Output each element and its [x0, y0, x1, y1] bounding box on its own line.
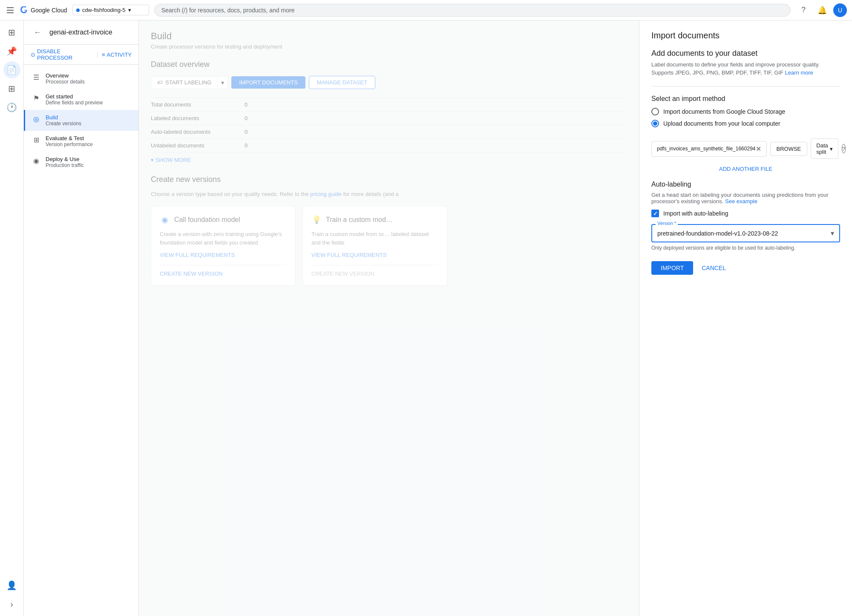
sidebar-item-evaluate[interactable]: ⊞ Evaluate & Test Version performance — [24, 131, 138, 152]
main-content: Build Create processor versions for test… — [139, 20, 639, 616]
panel-title: Import documents — [651, 31, 840, 40]
supported-formats: Supports JPEG, JPG, PNG, BMP, PDF, TIFF,… — [651, 69, 840, 76]
menu-icon[interactable] — [5, 5, 15, 15]
chevron-down-icon: ▾ — [128, 7, 131, 13]
project-dot — [76, 9, 80, 12]
help-icon[interactable]: ? — [796, 3, 811, 18]
file-clear-button[interactable]: ✕ — [756, 145, 761, 153]
sidebar: ← genai-extract-invoice ⊙ DISABLE PROCES… — [24, 20, 139, 616]
deploy-label: Deploy & Use — [46, 156, 84, 162]
version-select-chevron-icon: ▾ — [831, 229, 834, 237]
notifications-icon[interactable]: 🔔 — [815, 3, 830, 18]
rail-icon-grid[interactable]: ⊞ — [3, 80, 20, 97]
version-select[interactable]: pretrained-foundation-model-v1.0-2023-08… — [651, 224, 840, 242]
browse-button[interactable]: BROWSE — [770, 142, 808, 156]
add-documents-title: Add documents to your dataset — [651, 49, 840, 58]
project-name: cdw-fishfooding-5 — [82, 7, 126, 13]
version-select-value: pretrained-foundation-model-v1.0-2023-08… — [657, 230, 778, 237]
panel-actions: IMPORT CANCEL — [651, 261, 840, 275]
data-split-button[interactable]: Data split ▾ — [811, 138, 838, 159]
build-icon: ◎ — [32, 115, 40, 123]
disable-processor-button[interactable]: ⊙ DISABLE PROCESSOR — [31, 48, 93, 61]
auto-labeling-section: Auto-labeling Get a head start on labeli… — [651, 181, 840, 224]
sidebar-item-build[interactable]: ◎ Build Create versions — [24, 110, 138, 131]
cancel-button[interactable]: CANCEL — [698, 261, 729, 275]
back-button[interactable]: ← — [31, 26, 44, 39]
learn-more-link[interactable]: Learn more — [785, 69, 813, 76]
rail-icon-expand[interactable]: › — [3, 596, 20, 613]
sidebar-header: ← genai-extract-invoice — [24, 20, 138, 45]
body-wrap: ⊞ 📌 📄 ⊞ 🕐 👤 › ← genai-extract-invoice ⊙ … — [0, 20, 852, 616]
project-selector[interactable]: cdw-fishfooding-5 ▾ — [72, 5, 149, 15]
overview-label: Overview — [46, 72, 85, 79]
import-gcs-label: Import documents from Google Cloud Stora… — [663, 108, 785, 115]
disable-icon: ⊙ — [31, 52, 35, 58]
radio-local-inner — [653, 121, 657, 126]
sidebar-item-get-started[interactable]: ⚑ Get started Define fields and preview — [24, 89, 138, 110]
rail-icon-pin[interactable]: 📌 — [3, 43, 20, 60]
rail-icon-clock[interactable]: 🕐 — [3, 99, 20, 116]
import-local-option[interactable]: Upload documents from your local compute… — [651, 120, 840, 127]
select-import-title: Select an import method — [651, 95, 840, 103]
deploy-sub: Production traffic — [46, 162, 84, 168]
search-bar[interactable]: Search (/) for resources, docs, products… — [154, 4, 791, 17]
sidebar-actions: ⊙ DISABLE PROCESSOR | ≡ ACTIVITY — [24, 45, 138, 65]
build-label: Build — [46, 114, 81, 121]
main-overlay — [139, 20, 639, 616]
data-split-chevron-icon: ▾ — [830, 146, 833, 152]
auto-labeling-checkbox-label: Import with auto-labeling — [663, 210, 728, 217]
add-another-file-button[interactable]: ADD ANOTHER FILE — [651, 164, 840, 174]
build-sub: Create versions — [46, 121, 81, 127]
rail-icon-doc[interactable]: 📄 — [3, 61, 20, 78]
google-cloud-logo: Google Cloud — [20, 6, 67, 14]
avatar[interactable]: U — [833, 3, 847, 17]
activity-icon: ≡ — [102, 52, 105, 58]
auto-labeling-checkbox[interactable]: ✓ — [651, 210, 659, 217]
see-example-link[interactable]: See example — [725, 198, 757, 204]
file-input-box[interactable]: pdfs_invoices_ams_synthetic_file_1660294… — [651, 141, 767, 157]
search-placeholder: Search (/) for resources, docs, products… — [161, 7, 295, 14]
deploy-icon: ◉ — [32, 156, 40, 165]
auto-labeling-desc: Get a head start on labeling your docume… — [651, 192, 840, 204]
logo-text: Google Cloud — [31, 7, 67, 14]
rail-icon-user[interactable]: 👤 — [3, 577, 20, 594]
import-local-label: Upload documents from your local compute… — [663, 120, 780, 127]
overview-icon: ☰ — [32, 73, 40, 81]
import-method-section: Select an import method Import documents… — [651, 95, 840, 132]
auto-labeling-checkbox-row[interactable]: ✓ Import with auto-labeling — [651, 210, 840, 217]
import-gcs-option[interactable]: Import documents from Google Cloud Stora… — [651, 108, 840, 115]
get-started-label: Get started — [46, 93, 103, 100]
right-panel: Import documents Add documents to your d… — [639, 20, 852, 616]
import-button[interactable]: IMPORT — [651, 261, 693, 275]
evaluate-sub: Version performance — [46, 141, 93, 147]
overview-sub: Processor details — [46, 79, 85, 85]
auto-labeling-title: Auto-labeling — [651, 181, 840, 188]
help-icon[interactable]: ? — [842, 144, 846, 153]
activity-button[interactable]: ≡ ACTIVITY — [102, 52, 132, 58]
radio-local-circle — [651, 120, 659, 127]
evaluate-label: Evaluate & Test — [46, 135, 93, 141]
checkbox-check-icon: ✓ — [653, 210, 658, 217]
rail-icon-home[interactable]: ⊞ — [3, 24, 20, 41]
version-hint: Only deployed versions are eligible to b… — [651, 245, 840, 251]
panel-divider-1 — [651, 86, 840, 86]
sidebar-item-deploy[interactable]: ◉ Deploy & Use Production traffic — [24, 152, 138, 173]
evaluate-icon: ⊞ — [32, 135, 40, 144]
radio-gcs-circle — [651, 108, 659, 115]
sidebar-title: genai-extract-invoice — [49, 29, 112, 36]
version-select-wrap: Version * pretrained-foundation-model-v1… — [651, 224, 840, 242]
add-documents-sub: Label documents to define your fields an… — [651, 61, 840, 68]
icon-rail: ⊞ 📌 📄 ⊞ 🕐 👤 › — [0, 20, 24, 616]
data-split-label: Data split — [816, 142, 828, 155]
filename-text: pdfs_invoices_ams_synthetic_file_1660294 — [657, 146, 756, 152]
file-input-row: pdfs_invoices_ams_synthetic_file_1660294… — [651, 138, 840, 159]
top-nav: Google Cloud cdw-fishfooding-5 ▾ Search … — [0, 0, 852, 20]
nav-right: ? 🔔 U — [796, 3, 847, 18]
get-started-sub: Define fields and preview — [46, 100, 103, 106]
version-select-label: Version * — [656, 221, 678, 226]
get-started-icon: ⚑ — [32, 94, 40, 102]
sidebar-nav: ☰ Overview Processor details ⚑ Get start… — [24, 65, 138, 616]
sidebar-item-overview[interactable]: ☰ Overview Processor details — [24, 68, 138, 89]
